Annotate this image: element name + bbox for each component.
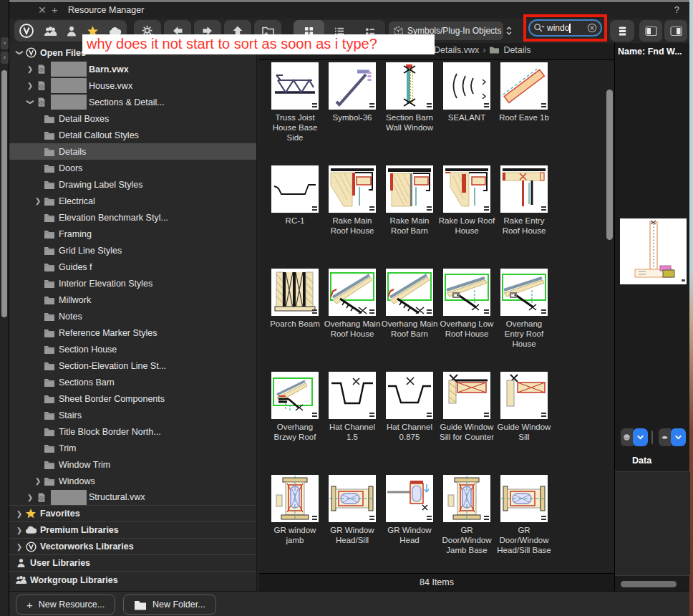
resource-item[interactable]: Rake Main Roof Barn (381, 165, 438, 269)
tree-item-label: Trim (59, 443, 77, 453)
panel-scrollbar-thumb[interactable] (621, 581, 677, 587)
resource-item[interactable]: Truss Joist House Base Side (266, 62, 324, 165)
sidebar-folder-window-trim[interactable]: Window Trim (9, 456, 256, 473)
chevron-collapsed-icon[interactable]: ❯ (25, 65, 35, 73)
tree-item-label: Doors (59, 163, 82, 173)
resource-item[interactable]: Poarch Beam (266, 269, 324, 372)
resource-item[interactable]: Rake Main Roof House (324, 165, 381, 269)
sidebar-folder-windows[interactable]: ❯Windows (9, 473, 256, 489)
resource-item[interactable]: SEALANT (438, 62, 495, 165)
sidebar-folder-elevation-benchmark-styl-[interactable]: Elevation Benchmark Styl... (9, 209, 256, 226)
sidebar-item-workgroup-libraries[interactable]: Workgroup Libraries (9, 572, 256, 588)
sidebar-folder-guides-f[interactable]: Guides f (9, 259, 256, 275)
chevron-collapsed-icon[interactable]: ❯ (14, 526, 24, 534)
sidebar-folder-title-block-border-north-[interactable]: Title Block Border North... (9, 423, 256, 440)
resource-item[interactable]: Guide Window Sill for Counter (438, 372, 495, 475)
resource-name: Rake Low Roof House (438, 216, 495, 236)
tree-item-label: Reference Marker Styles (59, 328, 158, 338)
collapsed-palette-button[interactable]: › (1, 37, 9, 49)
workgroup-icon[interactable] (44, 26, 57, 37)
chevron-collapsed-icon[interactable]: ❯ (14, 510, 24, 518)
sidebar-item-premium-libraries[interactable]: ❯Premium Libraries (9, 522, 256, 539)
sidebar-item-vectorworks-libraries[interactable]: ❯Vectorworks Libraries (9, 539, 256, 555)
help-icon[interactable]: ? (674, 4, 679, 15)
resource-item[interactable]: Overhang Entry Roof House (495, 269, 553, 372)
breadcrumb[interactable]: Details.vwx › Details (422, 45, 531, 55)
resource-name: Overhang Low Roof House (438, 319, 495, 339)
resource-item[interactable]: GR Window Head/Sill (324, 475, 381, 573)
resource-item[interactable]: Overhang Brzwy Roof (266, 372, 324, 475)
collapsed-palette-button[interactable]: › (1, 52, 9, 64)
chevron-collapsed-icon[interactable]: ❯ (14, 543, 24, 551)
grid-scrollbar-thumb[interactable] (606, 90, 613, 240)
sidebar-folder-millwork[interactable]: Millwork (9, 292, 256, 308)
resource-item[interactable]: Guide Window Sill (495, 372, 553, 475)
sidebar-folder-electrical[interactable]: ❯Electrical (9, 193, 256, 209)
chevron-expanded-icon[interactable]: ❯ (26, 97, 34, 107)
resource-item[interactable]: RC-1 (266, 165, 324, 269)
chevron-collapsed-icon[interactable]: ❯ (33, 477, 43, 485)
sidebar-folder-trim[interactable]: Trim (9, 440, 256, 456)
render-mode-dropdown[interactable] (621, 428, 648, 446)
chevron-expanded-icon[interactable]: ❯ (16, 48, 24, 58)
resource-item[interactable]: Roof Eave 1b (495, 62, 553, 165)
sidebar-folder-drawing-label-styles[interactable]: Drawing Label Styles (9, 176, 256, 193)
sidebar-folder-doors[interactable]: Doors (9, 160, 256, 176)
resource-item[interactable]: Rake Low Roof House (438, 165, 495, 269)
status-bar: 84 Items (259, 573, 614, 591)
resource-item[interactable]: Symbol-36 (324, 62, 381, 165)
sidebar-folder-framing[interactable]: Framing (9, 226, 256, 242)
resource-item[interactable]: Section Barn Wall Window (381, 62, 438, 165)
toggle-left-panel-button[interactable] (639, 20, 662, 42)
resource-item[interactable]: Overhang Main Roof House (324, 269, 381, 372)
view-options-dropdown[interactable] (659, 428, 686, 446)
palette-scrollbar[interactable] (1, 70, 7, 317)
sidebar-folder-detail-boxes[interactable]: Detail Boxes (9, 110, 256, 127)
sidebar-folder-notes[interactable]: Notes (9, 308, 256, 324)
chevron-collapsed-icon[interactable]: ❯ (25, 82, 35, 90)
resource-item[interactable]: Hat Channel 0.875 (381, 372, 438, 475)
clear-search-icon[interactable] (587, 23, 597, 33)
resource-item[interactable]: Overhang Main Roof Barn (381, 269, 438, 372)
tree-item-label: Detail Callout Styles (59, 130, 139, 140)
sidebar-item-sections-detail-[interactable]: ❯Sections & Detail... (9, 94, 256, 110)
sidebar-folder-grid-line-styles[interactable]: Grid Line Styles (9, 242, 256, 259)
chevron-collapsed-icon[interactable]: ❯ (25, 494, 35, 501)
sidebar-folder-interior-elevation-styles[interactable]: Interior Elevation Styles (9, 275, 256, 292)
sidebar-item-user-libraries[interactable]: User Libraries (9, 555, 256, 572)
sidebar-folder-stairs[interactable]: Stairs (9, 407, 256, 423)
resource-item[interactable]: Rake Entry Roof House (495, 165, 553, 269)
resource-preview-image (620, 218, 687, 284)
resource-item[interactable]: GR Door/Window Head/Sill Base (495, 475, 553, 573)
preview-options-button[interactable] (610, 20, 634, 42)
add-tab-icon[interactable]: + (52, 4, 58, 16)
resource-name: Hat Channel 1.5 (324, 422, 381, 442)
sidebar-item-barn-vwx[interactable]: ❯Barn.vwx (9, 61, 256, 77)
breadcrumb-file[interactable]: Details.vwx (434, 45, 479, 55)
resource-item[interactable]: Hat Channel 1.5 (324, 372, 381, 475)
resource-item[interactable]: GR Window Head (381, 475, 438, 573)
new-folder-button[interactable]: New Folder... (123, 595, 216, 615)
resource-item[interactable]: GR Door/Window Jamb Base (438, 475, 495, 573)
sidebar-folder-details[interactable]: Details (9, 143, 256, 160)
sidebar-item-house-vwx[interactable]: ❯House.vwx (9, 77, 256, 94)
resource-item[interactable]: Overhang Low Roof House (438, 269, 495, 372)
breadcrumb-current: Details (503, 45, 530, 55)
sidebar-folder-sections-barn[interactable]: Sections Barn (9, 374, 256, 390)
sidebar-item-favorites[interactable]: ❯Favorites (9, 506, 256, 522)
sidebar-folder-sheet-border-components[interactable]: Sheet Border Components (9, 390, 256, 407)
sidebar-item-structural-vwx[interactable]: ❯Structural.vwx (9, 489, 256, 506)
close-icon[interactable]: ✕ (38, 4, 47, 16)
tree-item-label: Electrical (59, 196, 95, 206)
toggle-right-panel-button[interactable] (664, 20, 687, 42)
user-icon[interactable] (67, 26, 77, 37)
sidebar-folder-section-house[interactable]: Section House (9, 341, 256, 357)
sidebar-folder-detail-callout-styles[interactable]: Detail Callout Styles (9, 127, 256, 143)
search-input[interactable]: windo (528, 19, 602, 37)
new-resource-button[interactable]: + New Resource... (16, 595, 115, 615)
sidebar-folder-reference-marker-styles[interactable]: Reference Marker Styles (9, 324, 256, 341)
sidebar-folder-section-elevation-line-st-[interactable]: Section-Elevation Line St... (9, 357, 256, 374)
vectorworks-logo-icon[interactable] (19, 24, 34, 38)
chevron-collapsed-icon[interactable]: ❯ (33, 197, 43, 205)
resource-item[interactable]: GR window jamb (266, 475, 324, 573)
